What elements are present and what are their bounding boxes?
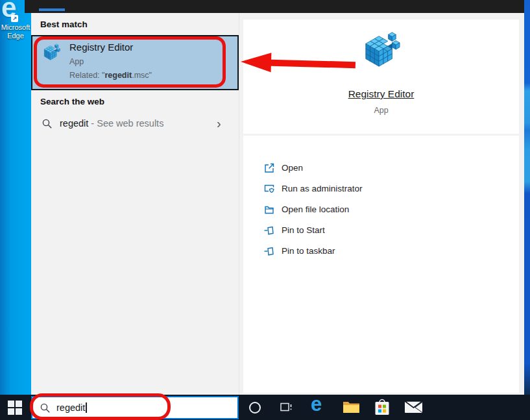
web-result-text: regedit - See web results <box>60 118 163 129</box>
actions-card: Open Run as administrator Open file loca… <box>243 136 519 393</box>
open-icon <box>263 162 275 174</box>
store-icon[interactable] <box>374 397 390 416</box>
best-match-header: Best match <box>40 19 88 29</box>
start-button[interactable] <box>8 401 22 415</box>
cortana-icon[interactable] <box>249 402 261 414</box>
web-query: regedit <box>60 118 88 129</box>
shortcut-arrow-icon: ↗ <box>11 15 18 22</box>
action-open-file-location[interactable]: Open file location <box>243 203 519 219</box>
edge-shortcut-label[interactable]: Microsoft Edge <box>0 23 31 40</box>
chevron-right-icon[interactable]: › <box>217 116 221 131</box>
action-label: Run as administrator <box>282 184 363 193</box>
open-file-location-icon <box>263 204 275 216</box>
action-label: Open file location <box>282 204 349 214</box>
desktop-background-edge <box>524 0 530 395</box>
web-hint: - See web results <box>88 118 163 129</box>
search-icon <box>42 118 53 130</box>
annotation-box-search-field <box>30 393 171 420</box>
action-open[interactable]: Open <box>243 161 519 178</box>
action-pin-to-taskbar[interactable]: Pin to taskbar <box>243 244 519 261</box>
task-view-icon[interactable] <box>279 402 293 413</box>
action-label: Open <box>282 163 303 173</box>
run-as-admin-icon <box>263 183 275 195</box>
web-search-result-row[interactable]: regedit - See web results › <box>31 112 239 136</box>
preview-card: Registry Editor App <box>243 19 519 134</box>
windows-logo-icon <box>8 401 14 407</box>
windows-logo-icon <box>16 408 22 415</box>
mail-icon[interactable] <box>404 401 423 414</box>
windows-logo-icon <box>8 408 14 415</box>
annotation-box-best-match <box>34 36 226 88</box>
pin-icon <box>263 225 275 236</box>
desktop-background: e ↗ Microsoft Edge <box>0 0 31 395</box>
windows-logo-icon <box>16 401 22 407</box>
search-the-web-header: Search the web <box>40 97 104 106</box>
edge-icon[interactable]: e <box>311 393 322 416</box>
action-label: Pin to taskbar <box>282 246 335 256</box>
file-explorer-icon[interactable] <box>343 400 360 414</box>
preview-title-link[interactable]: Registry Editor <box>243 88 519 100</box>
action-run-as-administrator[interactable]: Run as administrator <box>243 182 519 199</box>
action-label: Pin to Start <box>282 225 325 235</box>
background-window-titlebar <box>25 0 524 13</box>
annotation-arrow-left <box>237 49 358 75</box>
registry-editor-icon-large <box>363 31 400 69</box>
action-pin-to-start[interactable]: Pin to Start <box>243 223 519 240</box>
pin-icon <box>263 245 275 257</box>
preview-type: App <box>243 106 519 115</box>
titlebar-accent-line <box>39 8 65 11</box>
